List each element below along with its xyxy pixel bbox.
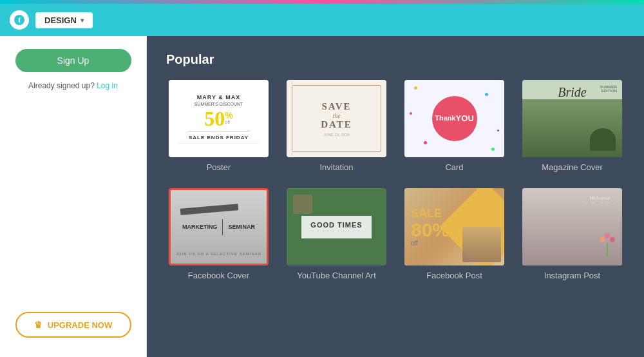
content-area: Popular MARY & MAX SUMMER'S DISCOUNT 50 … [147,36,644,357]
magazine-thumbnail: Bride SUMMER EDITION [522,80,622,157]
template-item-card[interactable]: Thank YOU Card [402,80,507,172]
fb-sale-word: SALE [411,207,450,220]
facebook-post-thumbnail: SALE 80% off [404,188,504,265]
youtube-thumbnail: GOOD TIMES · · · · · · · · · · [287,188,386,265]
poster-percent: % [225,111,232,120]
magazine-meta: SUMMER EDITION [600,85,617,93]
poster-label: Poster [207,162,231,172]
fb-seminar-text: SEMINAR [228,223,255,231]
sidebar: Sign Up Already signed up? Log in ♛ UPGR… [0,36,147,357]
fb-cover-sub: JOIN US ON A SELECTIVE SEMINAR [176,252,261,256]
instagram-label: Instagram Post [544,271,600,280]
yt-center-card: GOOD TIMES · · · · · · · · · · [301,216,371,238]
invitation-label: Invitation [319,162,353,172]
template-item-poster[interactable]: MARY & MAX SUMMER'S DISCOUNT 50 % off SA… [166,80,271,172]
magazine-photo [522,99,622,157]
fb-marketing-text: MARKETING [182,223,218,231]
template-item-magazine-cover[interactable]: Bride SUMMER EDITION [520,80,625,172]
design-dropdown-button[interactable]: DESIGN ▾ [35,12,93,28]
template-item-facebook-post[interactable]: SALE 80% off Facebook Post [402,188,507,280]
fb-cover-divider [222,219,223,235]
template-grid-row2: MARKETING SEMINAR JOIN US ON A SELECTIVE… [166,188,625,280]
header: f DESIGN ▾ [0,4,644,36]
invitation-date: DATE [321,119,352,130]
magazine-label: Magazine Cover [542,162,603,172]
svg-text:f: f [18,16,21,24]
poster-divider [187,131,250,131]
template-item-invitation[interactable]: SAVE the DATE JUNE 20, 2026 Invitation [284,80,389,172]
design-label: DESIGN [44,15,77,25]
invitation-the: the [321,112,352,119]
section-title: Popular [166,52,625,67]
login-link[interactable]: Log in [97,81,118,90]
fb-post-sale-text: SALE 80% off [411,207,450,247]
template-item-facebook-cover[interactable]: MARKETING SEMINAR JOIN US ON A SELECTIVE… [166,188,271,280]
template-grid-row1: MARY & MAX SUMMER'S DISCOUNT 50 % off SA… [166,80,625,172]
card-thumbnail: Thank YOU [404,80,504,157]
fotojet-logo: f [10,10,29,30]
yt-channel-sub: · · · · · · · · · · [310,229,362,233]
facebook-cover-thumbnail: MARKETING SEMINAR JOIN US ON A SELECTIVE… [169,188,269,265]
fb-cover-text-area: MARKETING SEMINAR [182,219,255,235]
template-item-instagram-post[interactable]: Welcome TO MY WORLD Instagram Post [520,188,625,280]
upgrade-label: UPGRADE NOW [48,320,112,330]
poster-sale-text: SALE ENDS FRIDAY [189,135,249,140]
pencil-decoration [180,204,239,215]
facebook-post-label: Facebook Post [426,271,482,280]
signup-button[interactable]: Sign Up [15,49,131,72]
main-layout: Sign Up Already signed up? Log in ♛ UPGR… [0,36,644,357]
poster-name-text: MARY & MAX [197,94,241,101]
upgrade-button[interactable]: ♛ UPGRADE NOW [15,312,131,338]
yt-channel-title: GOOD TIMES [310,221,362,229]
card-dot-4 [491,148,495,151]
coffee-cup [293,195,312,214]
already-signed-up-text: Already signed up? Log in [28,81,118,90]
ig-flower [600,233,616,256]
shoes-image [462,227,501,262]
instagram-thumbnail: Welcome TO MY WORLD [522,188,622,265]
card-dot-2 [485,93,488,96]
card-dot-1 [414,86,417,90]
invitation-thumbnail: SAVE the DATE JUNE 20, 2026 [287,80,386,157]
template-item-youtube-channel-art[interactable]: GOOD TIMES · · · · · · · · · · YouTube C… [284,188,389,280]
fb-sale-percent: 80% [411,220,450,240]
youtube-label: YouTube Channel Art [297,271,376,280]
card-label: Card [445,162,463,172]
fb-sale-off: off [411,240,450,247]
poster-off: off [225,120,232,124]
card-dot-3 [424,141,427,144]
dropdown-arrow-icon: ▾ [80,17,84,24]
poster-subtitle: SUMMER'S DISCOUNT [194,102,243,106]
invitation-date-value: JUNE 20, 2026 [321,133,352,137]
card-dot-6 [497,130,499,131]
card-thank-you-circle: Thank YOU [432,96,477,141]
crown-icon: ♛ [34,320,43,330]
poster-bottom-line [178,143,259,144]
card-dot-5 [410,112,412,115]
poster-thumbnail: MARY & MAX SUMMER'S DISCOUNT 50 % off SA… [169,80,269,157]
invitation-save: SAVE [321,101,352,112]
ig-welcome-text: Welcome TO MY WORLD [582,195,617,205]
facebook-cover-label: Facebook Cover [188,271,249,280]
logo-area: f DESIGN ▾ [10,10,93,30]
poster-discount: 50 [204,108,225,129]
